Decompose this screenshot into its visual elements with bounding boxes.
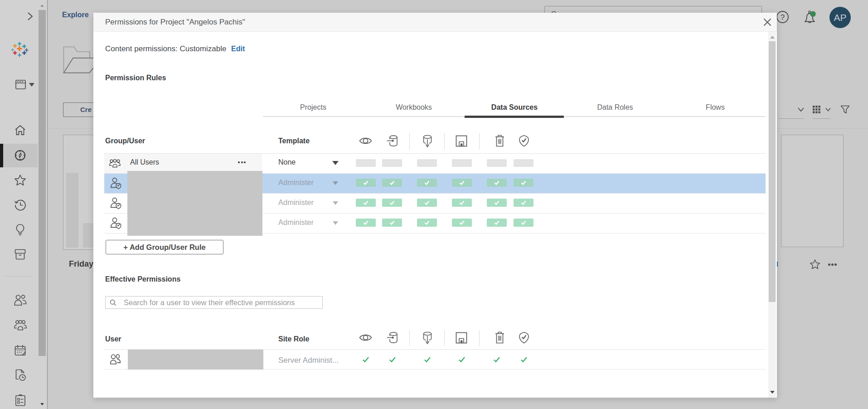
- svg-text:?: ?: [781, 13, 785, 22]
